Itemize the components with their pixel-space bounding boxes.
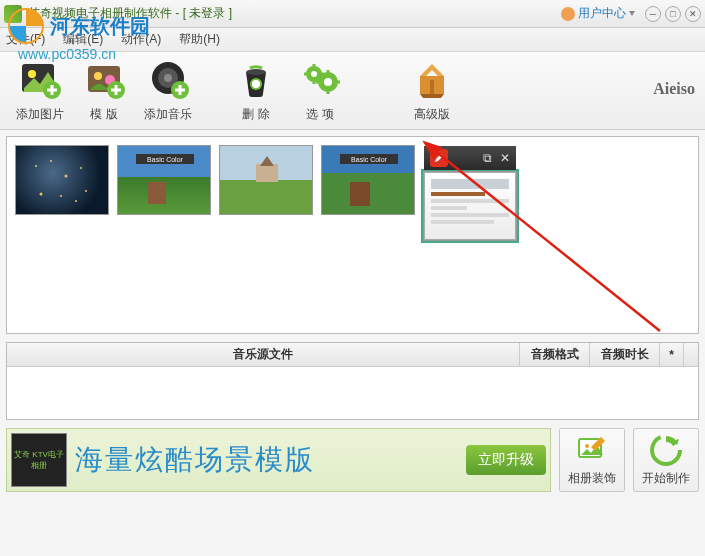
- svg-point-20: [65, 175, 68, 178]
- music-table-header: 音乐源文件 音频格式 音频时长 *: [7, 343, 698, 367]
- add-music-button[interactable]: 添加音乐: [136, 58, 200, 123]
- options-label: 选 项: [306, 106, 333, 123]
- thumbnail-5[interactable]: ⧉ ✕: [423, 171, 517, 241]
- brand-logo: Aieiso: [653, 80, 695, 98]
- svg-point-28: [585, 444, 589, 448]
- window-title: 艾奇视频电子相册制作软件 - [ 未登录 ]: [28, 5, 561, 22]
- template-button[interactable]: 模 版: [72, 58, 136, 123]
- remove-icon[interactable]: ✕: [500, 151, 510, 165]
- decorate-icon: [575, 433, 609, 467]
- minimize-button[interactable]: ─: [645, 6, 661, 22]
- bottom-bar: 艾奇 KTV电子相册 海量炫酷场景模版 立即升级 相册装饰 开始制作: [6, 428, 699, 492]
- col-star[interactable]: *: [660, 343, 684, 366]
- options-icon: [298, 58, 342, 102]
- add-image-label: 添加图片: [16, 106, 64, 123]
- menubar: 文件(F) 编辑(E) 动作(A) 帮助(H): [0, 28, 705, 52]
- music-table: 音乐源文件 音频格式 音频时长 *: [6, 342, 699, 420]
- window-titlebar: 艾奇视频电子相册制作软件 - [ 未登录 ] 用户中心 ─ □ ✕: [0, 0, 705, 28]
- chevron-down-icon: [629, 11, 635, 16]
- maximize-button[interactable]: □: [665, 6, 681, 22]
- options-button[interactable]: 选 项: [288, 58, 352, 123]
- svg-point-21: [80, 167, 82, 169]
- svg-point-15: [311, 71, 317, 77]
- col-format[interactable]: 音频格式: [520, 343, 590, 366]
- add-image-icon: [18, 58, 62, 102]
- template-icon: [82, 58, 126, 102]
- col-blank: [684, 343, 698, 366]
- thumbnail-4[interactable]: Basic Color: [321, 145, 415, 215]
- banner-headline: 海量炫酷场景模版: [75, 441, 458, 479]
- duplicate-icon[interactable]: ⧉: [483, 151, 492, 165]
- svg-point-22: [85, 190, 87, 192]
- decorate-button[interactable]: 相册装饰: [559, 428, 625, 492]
- svg-point-16: [324, 78, 332, 86]
- svg-point-4: [94, 72, 102, 80]
- svg-point-24: [60, 195, 62, 197]
- upgrade-button[interactable]: 立即升级: [466, 445, 546, 475]
- svg-point-23: [40, 193, 43, 196]
- add-music-label: 添加音乐: [144, 106, 192, 123]
- premium-label: 高级版: [414, 106, 450, 123]
- svg-point-9: [164, 74, 172, 82]
- add-music-icon: [146, 58, 190, 102]
- svg-point-18: [35, 165, 37, 167]
- col-source[interactable]: 音乐源文件: [7, 343, 520, 366]
- delete-icon: [234, 58, 278, 102]
- app-icon: [4, 5, 22, 23]
- action-menu[interactable]: 动作(A): [121, 31, 161, 48]
- start-button[interactable]: 开始制作: [633, 428, 699, 492]
- thumbnail-5-preview: [424, 172, 516, 240]
- user-center-label: 用户中心: [578, 5, 626, 22]
- thumbnail-2[interactable]: Basic Color: [117, 145, 211, 215]
- svg-point-25: [75, 200, 77, 202]
- thumbnail-3[interactable]: [219, 145, 313, 215]
- svg-point-11: [246, 69, 266, 75]
- promo-banner[interactable]: 艾奇 KTV电子相册 海量炫酷场景模版 立即升级: [6, 428, 551, 492]
- template-label: 模 版: [90, 106, 117, 123]
- user-icon: [561, 7, 575, 21]
- premium-icon: [410, 58, 454, 102]
- thumbnail-1[interactable]: [15, 145, 109, 215]
- delete-button[interactable]: 删 除: [224, 58, 288, 123]
- edit-menu[interactable]: 编辑(E): [63, 31, 103, 48]
- start-icon: [649, 433, 683, 467]
- svg-point-1: [28, 70, 36, 78]
- close-button[interactable]: ✕: [685, 6, 701, 22]
- svg-point-19: [50, 160, 52, 162]
- add-image-button[interactable]: 添加图片: [8, 58, 72, 123]
- thumbnails-panel: Basic Color Basic Color ⧉ ✕: [6, 136, 699, 334]
- delete-label: 删 除: [242, 106, 269, 123]
- user-center-link[interactable]: 用户中心: [561, 5, 635, 22]
- premium-button[interactable]: 高级版: [400, 58, 464, 123]
- svg-rect-17: [430, 80, 434, 94]
- decorate-label: 相册装饰: [568, 470, 616, 487]
- col-duration[interactable]: 音频时长: [590, 343, 660, 366]
- thumbnail-actions-bar: ⧉ ✕: [424, 146, 516, 170]
- file-menu[interactable]: 文件(F): [6, 31, 45, 48]
- help-menu[interactable]: 帮助(H): [179, 31, 220, 48]
- main-toolbar: 添加图片 模 版 添加音乐 删 除 选 项 高级版 Aieiso: [0, 52, 705, 130]
- start-label: 开始制作: [642, 470, 690, 487]
- edit-icon[interactable]: [430, 149, 448, 167]
- banner-thumb: 艾奇 KTV电子相册: [11, 433, 67, 487]
